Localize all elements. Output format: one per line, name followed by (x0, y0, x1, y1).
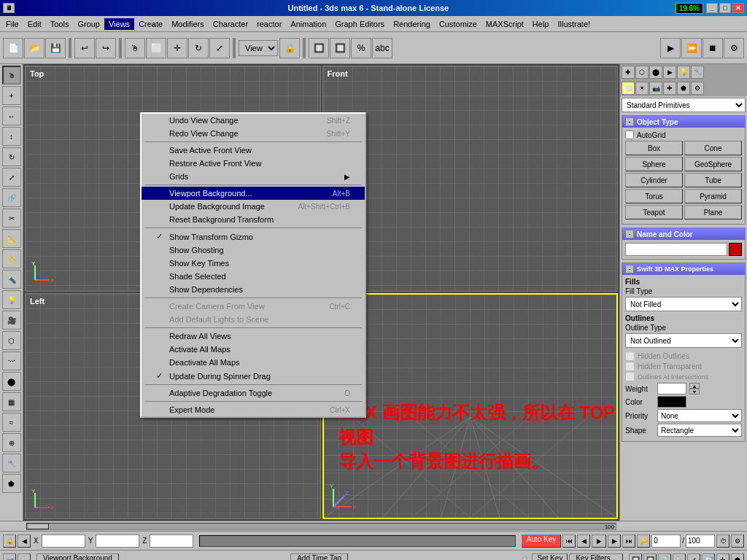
left-tool-13[interactable]: ⬡ (2, 331, 21, 350)
next-frame-btn[interactable]: ▶ (608, 534, 621, 548)
open-button[interactable]: 📂 (24, 38, 44, 58)
move-button[interactable]: ✛ (167, 38, 187, 58)
menu-create[interactable]: Create (134, 18, 167, 30)
set-key-btn[interactable]: Set Key (532, 553, 568, 561)
bottom-zoom-8[interactable]: ⬟ (731, 553, 744, 561)
outline-color-swatch[interactable] (657, 396, 686, 408)
redo-button[interactable]: ↪ (96, 38, 116, 58)
btn-box[interactable]: Box (625, 141, 683, 155)
left-tool-2[interactable]: ↔ (2, 106, 21, 125)
left-tool-12[interactable]: 🎥 (2, 311, 21, 330)
left-tool-19[interactable]: 🔧 (2, 454, 21, 472)
bottom-zoom-5[interactable]: ⤢ (687, 553, 700, 561)
menu-maxscript[interactable]: MAXScript (481, 18, 528, 30)
menu-group[interactable]: Group (73, 18, 104, 30)
timeline-track[interactable] (199, 535, 515, 547)
toolbar-right-3[interactable]: ⏹ (703, 38, 723, 58)
left-tool-9[interactable]: 📏 (2, 249, 21, 268)
left-tool-18[interactable]: ⊕ (2, 433, 21, 452)
rotate-button[interactable]: ↻ (188, 38, 209, 58)
right-tab-utilities[interactable]: 🔧 (691, 66, 704, 79)
menu-grids[interactable]: Grids ▶ (142, 170, 365, 183)
menu-modifiers[interactable]: Modifiers (167, 18, 209, 30)
frame-back-btn[interactable]: ◀ (18, 534, 31, 548)
color-swatch[interactable] (729, 243, 742, 256)
menu-edit[interactable]: Edit (23, 18, 46, 30)
fill-type-select[interactable]: Not Filled (625, 297, 742, 311)
left-tool-3[interactable]: ↕ (2, 127, 21, 146)
right-tab-hierarchy[interactable]: ⬤ (649, 66, 662, 79)
menu-reset-bg[interactable]: Reset Background Transform (142, 213, 365, 226)
viewport-front[interactable]: Front (322, 66, 619, 292)
left-tool-4[interactable]: ↻ (2, 147, 21, 166)
right-tab-motion[interactable]: ▶ (663, 66, 676, 79)
menu-file[interactable]: File (1, 18, 23, 30)
menu-character[interactable]: Character (209, 18, 252, 30)
bottom-zoom-6[interactable]: 🔄 (702, 553, 715, 561)
menu-redraw[interactable]: Redraw All Views (142, 330, 365, 343)
time-cfg-btn[interactable]: ⏱ (716, 534, 729, 548)
save-button[interactable]: 💾 (45, 38, 66, 58)
menu-redo-view[interactable]: Redo View Change Shift+Y (142, 127, 365, 140)
y-input[interactable] (96, 534, 139, 548)
system-menu[interactable]: 🖥 (3, 3, 15, 13)
right-icon-space[interactable]: ⬟ (677, 82, 690, 95)
left-tool-7[interactable]: ✂ (2, 209, 21, 228)
menu-shade-selected[interactable]: Shade Selected (142, 270, 365, 283)
frame-total[interactable] (686, 534, 715, 548)
right-tab-modify[interactable]: ⬡ (635, 66, 649, 79)
btn-teapot[interactable]: Teapot (625, 205, 683, 219)
right-icon-light[interactable]: ☀ (635, 82, 649, 95)
btn-tube[interactable]: Tube (684, 173, 742, 187)
toolbar-right-2[interactable]: ⏩ (681, 38, 702, 58)
play-back-btn[interactable]: ⏮ (562, 534, 576, 548)
name-color-collapse[interactable]: - (625, 230, 634, 238)
add-time-tag-btn[interactable]: Add Time Tag (290, 553, 348, 561)
bottom-zoom-4[interactable]: 🔍 (673, 553, 686, 561)
hidden-transparent-check[interactable] (625, 362, 635, 371)
close-button[interactable]: ✕ (732, 3, 744, 13)
primitives-dropdown[interactable]: Standard Primitives (622, 98, 746, 112)
menu-reactor[interactable]: reactor (252, 18, 286, 30)
scroll-thumb[interactable] (27, 524, 49, 529)
menu-update-bg[interactable]: Update Background Image Alt+Shift+Ctrl+B (142, 200, 365, 213)
btn-pyramid[interactable]: Pyramid (684, 189, 742, 203)
hidden-outlines-check[interactable] (625, 351, 635, 361)
btn-plane[interactable]: Plane (684, 205, 742, 219)
menu-save-front[interactable]: Save Active Front View (142, 144, 365, 157)
bottom-zoom-2[interactable]: 🔲 (643, 553, 657, 561)
object-type-collapse[interactable]: - (625, 117, 634, 126)
toolbar-right-4[interactable]: ⚙ (724, 38, 744, 58)
menu-viewport-bg[interactable]: Viewport Background... Alt+B (142, 187, 365, 200)
scale-button[interactable]: ⤢ (209, 38, 230, 58)
right-icon-systems[interactable]: ⚙ (691, 82, 704, 95)
maximize-button[interactable]: □ (719, 3, 731, 13)
left-tool-10[interactable]: 🔦 (2, 270, 21, 289)
menu-undo-view[interactable]: Undo View Change Shift+Z (142, 114, 365, 127)
menu-update-spinner[interactable]: ✓Update During Spinner Drag (142, 369, 365, 383)
menu-graph-editors[interactable]: Graph Editors (330, 18, 389, 30)
menu-animation[interactable]: Animation (286, 18, 330, 30)
autogrid-checkbox[interactable] (625, 131, 634, 139)
right-tab-display[interactable]: 💡 (677, 66, 690, 79)
weight-input[interactable]: 0.1 (657, 383, 686, 394)
weight-up[interactable]: ▲ (689, 383, 700, 389)
bottom-zoom-3[interactable]: 🔎 (658, 553, 671, 561)
right-tab-create[interactable]: ✚ (622, 66, 635, 79)
x-input[interactable] (42, 534, 85, 548)
snap-btn-2[interactable]: 🔲 (330, 38, 350, 58)
btn-torus[interactable]: Torus (625, 189, 683, 203)
play-end-btn[interactable]: ⏭ (622, 534, 635, 548)
menu-views[interactable]: Views (104, 18, 134, 30)
key-mode-btn[interactable]: 🔑 (637, 534, 650, 548)
menu-illustrate[interactable]: Illustrate! (553, 18, 595, 30)
undo-button[interactable]: ↩ (74, 38, 95, 58)
shape-select[interactable]: Rectangle (657, 424, 742, 437)
key-lock-btn[interactable]: 🔒 (3, 534, 16, 548)
btn-geosphere[interactable]: GeoSphere (684, 157, 742, 171)
viewport-background-btn[interactable]: Viewport Background (36, 553, 119, 561)
priority-select[interactable]: None (657, 409, 742, 422)
left-tool-14[interactable]: 〰 (2, 351, 21, 370)
play-btn[interactable]: ▶ (592, 534, 606, 548)
viewport-perspective[interactable]: rspective (322, 293, 619, 519)
